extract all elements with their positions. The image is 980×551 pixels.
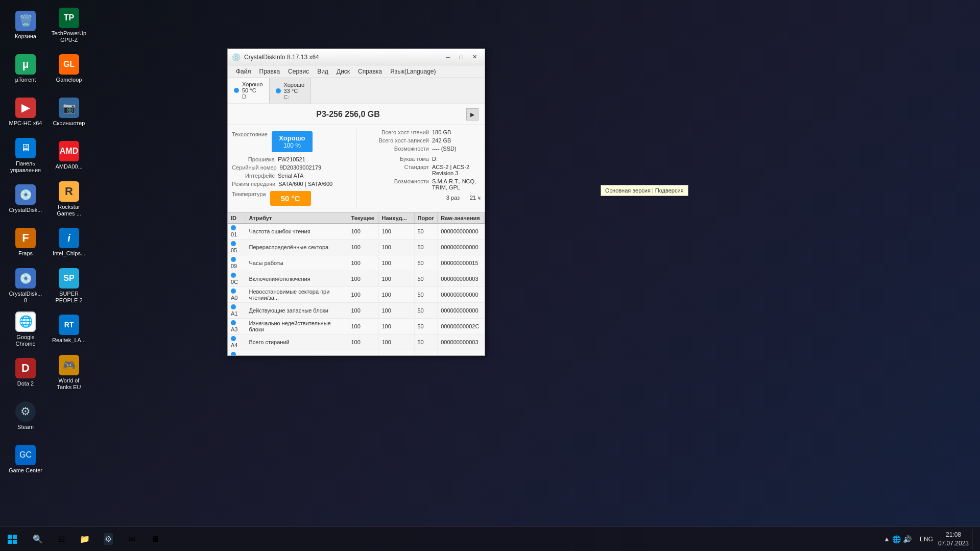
- attributes-tbody: 01 Частота ошибок чтения 100 100 50 0000…: [228, 224, 485, 356]
- disk-title: P3-256 256,0 GB: [234, 110, 462, 119]
- show-desktop-button[interactable]: [972, 529, 975, 549]
- desktop-icon-techpower-label: TechPowerUp GPU-Z: [51, 30, 87, 43]
- window-titlebar: 💿 CrystalDiskInfo 8.17.13 x64 ─ □ ✕: [228, 49, 485, 65]
- cell-raw: 000000000003: [438, 334, 485, 350]
- taskbar-explorer-button[interactable]: 📁: [74, 528, 96, 550]
- taskbar-app2-button[interactable]: ✉: [121, 528, 143, 550]
- desktop-icon-panel[interactable]: 🖥 Панель управления: [5, 135, 46, 176]
- clock-date: 07.07.2023: [938, 539, 969, 548]
- table-row: A0 Невосстановимые сектора при чтении/за…: [228, 287, 485, 303]
- desktop-icon-mpc[interactable]: ▶ MPC-HC x64: [5, 92, 46, 133]
- desktop-icon-intel[interactable]: i Intel_Chips...: [49, 222, 89, 263]
- taskbar-clock[interactable]: 21:08 07.07.2023: [938, 531, 969, 548]
- taskbar-right: ▲ 🌐 🔊 ENG 21:08 07.07.2023: [880, 529, 980, 549]
- taskbar-taskview-button[interactable]: ⊟: [50, 528, 73, 550]
- table-row: A5 Максимум стираний 100 100 50 00000000…: [228, 350, 485, 356]
- desktop-icon-techpower[interactable]: TP TechPowerUp GPU-Z: [49, 5, 89, 46]
- disk-tab-d-temp: 50 °C: [242, 87, 263, 93]
- read-total-label: Всего хост-чтений: [361, 129, 432, 135]
- disk-tab-c[interactable]: Хорошо 33 °C C:: [270, 78, 312, 104]
- firmware-row: Прошивка FW210521: [232, 156, 352, 162]
- table-header-row: ID Атрибут Текущее Наихуд... Порог Raw-з…: [228, 213, 485, 224]
- cell-name: Невосстановимые сектора при чтении/за...: [246, 287, 348, 303]
- desktop-icon-gameloop[interactable]: GL Gameloop: [49, 49, 89, 89]
- cell-worst: 100: [378, 224, 414, 239]
- maximize-button[interactable]: □: [455, 52, 467, 62]
- desktop-icon-screenshot[interactable]: 📷 Скриншотер: [49, 92, 89, 133]
- cell-worst: 100: [378, 350, 414, 356]
- tray-arrow[interactable]: ▲: [883, 535, 890, 543]
- standard-row: Стандарт ACS-2 | ACS-2 Revision 3: [361, 164, 481, 176]
- cell-threshold: 50: [414, 239, 438, 255]
- write-total-value: 242 GB: [432, 137, 451, 143]
- taskbar-app3-button[interactable]: 🖥: [144, 528, 166, 550]
- desktop-icon-superpeople[interactable]: SP SUPER PEOPLE 2: [49, 266, 89, 306]
- cell-name: Всего стираний: [246, 334, 348, 350]
- desktop-icon-gamecenter[interactable]: GC Game Center: [5, 439, 46, 480]
- temperature-value: 50 °C: [281, 194, 300, 203]
- menu-file[interactable]: Файл: [232, 66, 255, 77]
- desktop-icon-rockstar-label: Rockstar Games ...: [51, 204, 87, 217]
- app3-icon: 🖥: [151, 535, 159, 544]
- cell-name: Перераспределённые сектора: [246, 239, 348, 255]
- crystaldiskinfo-window: 💿 CrystalDiskInfo 8.17.13 x64 ─ □ ✕ Файл…: [227, 49, 485, 356]
- cell-threshold: 50: [414, 224, 438, 239]
- rotation-row: Возможности ---- (SSD): [361, 146, 481, 152]
- transfer-label: Режим передачи: [232, 181, 278, 187]
- desktop-icon-corz-label: Корзина: [15, 33, 36, 40]
- menu-lang[interactable]: Язык(Language): [386, 66, 440, 77]
- tooltip: Основная версия | Подверсия: [601, 185, 688, 196]
- desktop-icon-rockstar[interactable]: R Rockstar Games ...: [49, 179, 89, 220]
- svg-rect-1: [13, 535, 17, 539]
- desktop-icon-worldoftanks[interactable]: 🎮 World of Tanks EU: [49, 352, 89, 393]
- disk-nav-button[interactable]: ▶: [466, 108, 479, 121]
- cell-current: 100: [348, 255, 378, 271]
- status-good-box: Хорошо 100 %: [272, 131, 313, 152]
- taskbar-steam-button[interactable]: ⚙: [97, 528, 119, 550]
- desktop-icon-utorrent[interactable]: µ µTorrent: [5, 49, 46, 89]
- cell-name: Максимум стираний: [246, 350, 348, 356]
- menu-help[interactable]: Справка: [354, 66, 386, 77]
- desktop-icon-chrome[interactable]: 🌐 Google Chrome: [5, 309, 46, 350]
- serial-row: Серийный номер 9D20309002179: [232, 164, 352, 171]
- table-row: A1 Действующие запасные блоки 100 100 50…: [228, 303, 485, 319]
- close-button[interactable]: ✕: [468, 52, 481, 62]
- taskbar-search-button[interactable]: 🔍: [27, 528, 49, 550]
- desktop-icon-dota[interactable]: D Dota 2: [5, 352, 46, 393]
- menu-edit[interactable]: Правка: [255, 66, 284, 77]
- desktop-icon-corz[interactable]: 🗑️ Корзина: [5, 5, 46, 46]
- app2-icon: ✉: [129, 534, 135, 544]
- desktop-icon-amd[interactable]: AMD AMDA00...: [49, 135, 89, 176]
- info-right-panel: Всего хост-чтений 180 GB Всего хост-запи…: [356, 129, 481, 208]
- desktop-icon-fraps[interactable]: F Fraps: [5, 222, 46, 263]
- desktop-icon-panel-label: Панель управления: [7, 160, 44, 174]
- desktop-icon-crystaldisk3[interactable]: 💿 CrystalDisk... 8: [5, 266, 46, 306]
- window-content: P3-256 256,0 GB ▶ Техсостояние Хорошо 10…: [228, 104, 485, 355]
- minimize-button[interactable]: ─: [442, 52, 454, 62]
- disk-tab-d-letter: D:: [242, 93, 263, 100]
- desktop-icon-realtek-label: Realtek_LA...: [52, 337, 86, 344]
- cell-worst: 100: [378, 287, 414, 303]
- attributes-table-container[interactable]: ID Атрибут Текущее Наихуд... Порог Raw-з…: [228, 212, 485, 355]
- cell-raw: 00000000002C: [438, 319, 485, 334]
- read-total-row: Всего хост-чтений 180 GB: [361, 129, 481, 135]
- menu-view[interactable]: Вид: [313, 66, 332, 77]
- cell-threshold: 50: [414, 271, 438, 287]
- desktop-icon-intel-label: Intel_Chips...: [53, 250, 85, 257]
- menu-disk[interactable]: Диск: [332, 66, 354, 77]
- desktop-icon-steam[interactable]: ⚙ Steam: [5, 396, 46, 437]
- write-total-label: Всего хост-записей: [361, 137, 432, 143]
- menu-service[interactable]: Сервис: [284, 66, 313, 77]
- col-id: ID: [228, 213, 246, 224]
- desktop-icon-area: 🗑️ Корзина µ µTorrent ▶ MPC-HC x64 🖥 Пан…: [0, 0, 82, 526]
- desktop-icon-crystaldisk2[interactable]: 💿 CrystalDisk...: [5, 179, 46, 220]
- read-total-value: 180 GB: [432, 129, 451, 135]
- transfer-value: SATA/600 | SATA/600: [278, 181, 332, 187]
- attr-dot-icon: [231, 225, 236, 230]
- cell-raw: 000000000000: [438, 303, 485, 319]
- cell-current: 100: [348, 271, 378, 287]
- desktop-icon-realtek[interactable]: RT Realtek_LA...: [49, 309, 89, 350]
- disk-tab-d[interactable]: Хорошо 50 °C D:: [228, 78, 270, 104]
- features-label: Возможности: [361, 178, 432, 184]
- start-button[interactable]: [0, 527, 25, 552]
